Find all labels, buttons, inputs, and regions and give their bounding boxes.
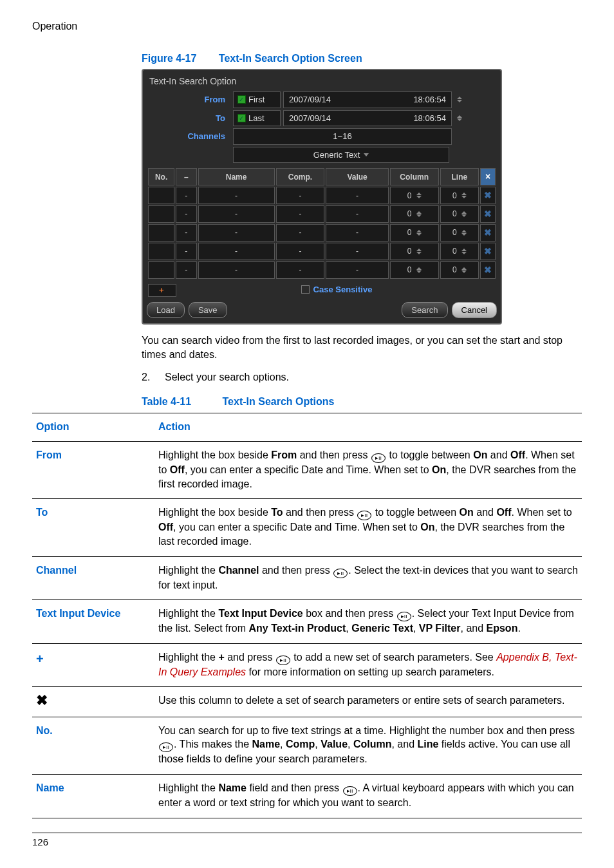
cell-no[interactable]: [148, 224, 174, 241]
cell-name[interactable]: -: [198, 261, 275, 279]
close-icon: ✖: [484, 246, 492, 256]
cell-column[interactable]: 0: [390, 224, 439, 241]
th-delete[interactable]: ×: [480, 168, 496, 185]
cell-delete[interactable]: ✖: [480, 205, 496, 223]
cell-line[interactable]: 0: [440, 187, 479, 204]
criteria-table: No. – Name Comp. Value Column Line × ---…: [147, 167, 497, 279]
section-header: Operation: [32, 19, 582, 33]
cell-line[interactable]: 0: [440, 243, 479, 260]
cell-column[interactable]: 0: [390, 261, 439, 279]
opt-name: Name: [32, 775, 154, 818]
cell-no[interactable]: [148, 243, 174, 260]
to-last-checkbox[interactable]: Last: [233, 110, 281, 127]
to-label: To: [147, 113, 230, 124]
cell-dash: -: [176, 187, 196, 204]
cell-delete[interactable]: ✖: [480, 243, 496, 260]
cell-comp[interactable]: -: [276, 261, 325, 279]
opt-plus-action: Highlight the + and press ▸ıı to add a n…: [154, 643, 582, 687]
opt-no-action: You can search for up to five text strin…: [154, 717, 582, 774]
cell-no[interactable]: [148, 261, 174, 279]
cell-delete[interactable]: ✖: [480, 224, 496, 241]
play-pause-icon: ▸ıı: [333, 569, 348, 578]
cell-column[interactable]: 0: [390, 205, 439, 223]
step-number: 2.: [142, 370, 153, 384]
case-sensitive-label: Case Sensitive: [313, 284, 373, 296]
cell-name[interactable]: -: [198, 205, 275, 223]
chevron-down-icon: [364, 153, 369, 156]
from-datetime[interactable]: 2007/09/14 18:06:54: [283, 91, 452, 108]
cell-name[interactable]: -: [198, 243, 275, 260]
cell-value[interactable]: -: [326, 187, 388, 204]
channels-value[interactable]: 1~16: [233, 128, 452, 145]
play-pause-icon: ▸ıı: [371, 453, 386, 463]
close-icon: ✖: [484, 265, 492, 275]
cell-dash: -: [176, 243, 196, 260]
cell-delete[interactable]: ✖: [480, 261, 496, 279]
cell-no[interactable]: [148, 187, 174, 204]
th-name[interactable]: Name: [198, 168, 275, 185]
add-row-button[interactable]: [148, 284, 176, 297]
opt-channel: Channel: [32, 556, 154, 600]
cell-dash: -: [176, 224, 196, 241]
checkbox-icon: [237, 95, 246, 104]
cell-column[interactable]: 0: [390, 187, 439, 204]
table-caption: Table 4-11 Text-In Search Options: [142, 395, 582, 409]
from-time: 18:06:54: [413, 94, 446, 106]
cell-value[interactable]: -: [326, 243, 388, 260]
th-column[interactable]: Column: [390, 168, 439, 185]
cancel-button[interactable]: Cancel: [452, 302, 497, 319]
device-select[interactable]: Generic Text: [233, 147, 449, 164]
th-comp[interactable]: Comp.: [276, 168, 325, 185]
device-selected: Generic Text: [313, 149, 360, 161]
dialog-title: Text-In Search Option: [147, 73, 497, 91]
cell-value[interactable]: -: [326, 224, 388, 241]
table-row: ----00✖: [148, 243, 496, 260]
th-no[interactable]: No.: [148, 168, 174, 185]
cell-dash: -: [176, 205, 196, 223]
table-row: ----00✖: [148, 187, 496, 204]
cell-comp[interactable]: -: [276, 224, 325, 241]
spinner-icon[interactable]: [457, 115, 462, 121]
from-first-label: First: [248, 94, 265, 106]
from-first-checkbox[interactable]: First: [233, 91, 281, 108]
text-in-search-option-dialog: Text-In Search Option From First 2007/09…: [142, 69, 502, 325]
opt-name-action: Highlight the Name field and then press …: [154, 775, 582, 818]
cell-line[interactable]: 0: [440, 224, 479, 241]
close-icon: ✖: [484, 190, 492, 200]
opt-text-input-device-action: Highlight the Text Input Device box and …: [154, 600, 582, 644]
figure-description: You can search video from the first to l…: [142, 334, 582, 361]
cell-comp[interactable]: -: [276, 187, 325, 204]
search-button[interactable]: Search: [402, 302, 447, 319]
cell-line[interactable]: 0: [440, 205, 479, 223]
figure-caption: Figure 4-17 Text-In Search Option Screen: [142, 52, 582, 66]
cell-no[interactable]: [148, 205, 174, 223]
to-datetime[interactable]: 2007/09/14 18:06:54: [283, 110, 452, 127]
play-pause-icon: ▸ıı: [276, 656, 290, 665]
th-value[interactable]: Value: [326, 168, 388, 185]
table-title: Text-In Search Options: [223, 396, 335, 407]
page-footer: 126: [32, 833, 582, 849]
load-button[interactable]: Load: [147, 302, 185, 319]
cell-comp[interactable]: -: [276, 243, 325, 260]
spinner-icon[interactable]: [457, 97, 462, 102]
th-dash: –: [176, 168, 196, 185]
cell-delete[interactable]: ✖: [480, 187, 496, 204]
close-icon: ✖: [36, 692, 48, 708]
checkbox-icon: [301, 285, 310, 294]
cell-name[interactable]: -: [198, 187, 275, 204]
cell-dash: -: [176, 261, 196, 279]
play-pause-icon: ▸ıı: [357, 511, 371, 520]
cell-value[interactable]: -: [326, 261, 388, 279]
th-line[interactable]: Line: [440, 168, 479, 185]
from-label: From: [147, 94, 230, 106]
cell-value[interactable]: -: [326, 205, 388, 223]
channels-label: Channels: [147, 131, 230, 142]
cell-column[interactable]: 0: [390, 243, 439, 260]
cell-name[interactable]: -: [198, 224, 275, 241]
cell-line[interactable]: 0: [440, 261, 479, 279]
th-option: Option: [32, 413, 154, 442]
th-action: Action: [154, 413, 582, 442]
case-sensitive-checkbox[interactable]: Case Sensitive: [301, 284, 373, 296]
save-button[interactable]: Save: [189, 302, 227, 319]
cell-comp[interactable]: -: [276, 205, 325, 223]
